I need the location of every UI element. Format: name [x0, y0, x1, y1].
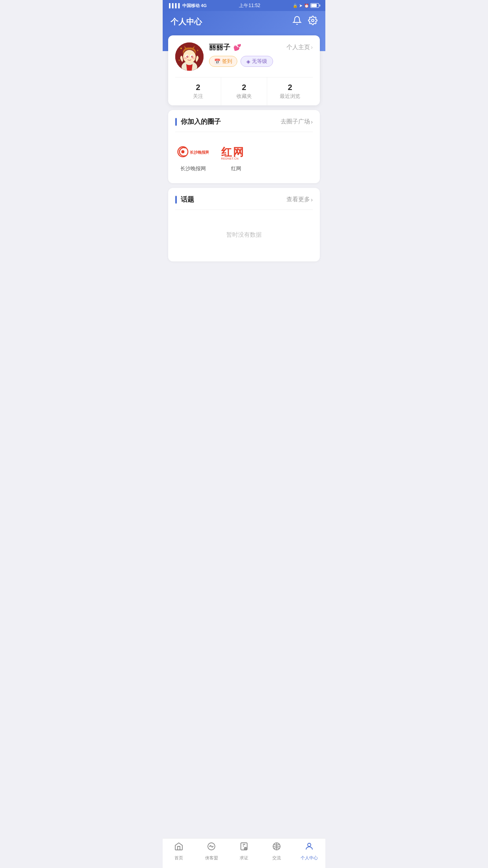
topics-section: 话题 查看更多 › 暂时没有数据 — [168, 188, 320, 261]
circle-item-rednet[interactable]: 红 网 REDNET.CN 红网 — [218, 142, 254, 172]
svg-point-0 — [312, 19, 314, 22]
svg-point-2 — [180, 48, 182, 49]
checkin-label: 签到 — [222, 58, 232, 65]
svg-point-6 — [183, 50, 196, 63]
page-title: 个人中心 — [171, 17, 202, 27]
circles-title: 你加入的圈子 — [175, 117, 221, 126]
topics-header: 话题 查看更多 › — [175, 195, 313, 204]
topics-more-link[interactable]: 查看更多 › — [286, 196, 313, 203]
svg-point-11 — [187, 56, 188, 57]
stat-favorites[interactable]: 2 收藏夹 — [221, 77, 267, 105]
checkin-badge[interactable]: 📅 签到 — [209, 56, 237, 67]
svg-point-14 — [192, 57, 195, 59]
carrier-name: 中国移动 — [182, 3, 200, 8]
battery-icon — [310, 3, 319, 8]
circles-link[interactable]: 去圈子广场 › — [281, 118, 313, 125]
rednet-logo: 红 网 REDNET.CN — [220, 142, 252, 162]
level-label: 无等级 — [252, 58, 267, 65]
circles-arrow-icon: › — [311, 118, 313, 125]
circles-header: 你加入的圈子 去圈子广场 › — [175, 117, 313, 126]
svg-point-13 — [184, 57, 187, 59]
empty-state: 暂时没有数据 — [175, 215, 313, 254]
username-emoji: 💕 — [233, 44, 241, 51]
topics-arrow-icon: › — [311, 196, 313, 203]
favorites-count: 2 — [221, 83, 267, 92]
level-badge[interactable]: ◈ 无等级 — [240, 56, 273, 67]
stat-recent[interactable]: 2 最近浏览 — [267, 77, 313, 105]
checkin-icon: 📅 — [214, 59, 220, 64]
circles-divider — [175, 132, 313, 132]
circles-title-text: 你加入的圈子 — [181, 117, 221, 126]
badges: 📅 签到 ◈ 无等级 — [209, 56, 313, 67]
blue-accent-bar — [175, 118, 177, 126]
empty-text: 暂时没有数据 — [226, 231, 262, 238]
settings-button[interactable] — [308, 16, 317, 28]
svg-point-16 — [181, 150, 184, 153]
lock-icon: 🔒 — [293, 4, 297, 8]
svg-point-3 — [197, 50, 198, 51]
username-row: 丽丽子 💕 个人主页 › — [209, 42, 313, 52]
stat-following[interactable]: 2 关注 — [175, 77, 221, 105]
header-actions — [292, 16, 317, 28]
recent-count: 2 — [267, 83, 313, 92]
carrier-info: ▌▌▌▌ 中国移动 4G — [169, 3, 207, 9]
time-display: 上午11:52 — [239, 2, 260, 9]
stats-row: 2 关注 2 收藏夹 2 最近浏览 — [175, 77, 313, 105]
circle-item-changsha[interactable]: 长沙晚报网 长沙晚报网 — [175, 142, 211, 172]
favorites-label: 收藏夹 — [221, 93, 267, 100]
changsha-name: 长沙晚报网 — [180, 165, 206, 172]
username: 丽丽子 — [209, 43, 230, 51]
profile-page-label: 个人主页 — [286, 44, 310, 51]
changsha-logo: 长沙晚报网 — [177, 142, 209, 162]
svg-text:网: 网 — [233, 146, 244, 158]
topics-title: 话题 — [175, 195, 194, 204]
profile-top: 丽丽子 💕 个人主页 › 📅 签到 ◈ 无等级 — [175, 42, 313, 71]
circles-link-label: 去圈子广场 — [281, 118, 310, 125]
svg-point-4 — [179, 60, 180, 61]
profile-info: 丽丽子 💕 个人主页 › 📅 签到 ◈ 无等级 — [209, 42, 313, 67]
circles-list: 长沙晚报网 长沙晚报网 红 网 REDNET.CN 红 — [175, 138, 313, 176]
profile-page-link[interactable]: 个人主页 › — [286, 44, 313, 51]
arrow-icon: › — [311, 44, 313, 50]
topics-blue-bar — [175, 196, 177, 204]
rednet-name: 红网 — [231, 165, 241, 172]
location-icon: ➤ — [299, 3, 303, 8]
circles-section: 你加入的圈子 去圈子广场 › 长沙晚报网 — [168, 110, 320, 183]
signal-icon: ▌▌▌▌ — [169, 3, 182, 8]
notification-button[interactable] — [292, 16, 302, 28]
svg-text:红: 红 — [221, 146, 232, 158]
status-bar: ▌▌▌▌ 中国移动 4G 上午11:52 🔒 ➤ ⏰ — [163, 0, 325, 11]
svg-text:长沙晚报网: 长沙晚报网 — [190, 150, 209, 154]
following-count: 2 — [175, 83, 221, 92]
profile-card: 丽丽子 💕 个人主页 › 📅 签到 ◈ 无等级 — [168, 35, 320, 105]
alarm-icon: ⏰ — [304, 4, 309, 8]
svg-point-12 — [192, 56, 193, 57]
status-icons: 🔒 ➤ ⏰ — [293, 3, 319, 8]
svg-text:REDNET.CN: REDNET.CN — [221, 157, 239, 160]
network-type: 4G — [201, 3, 207, 8]
following-label: 关注 — [175, 93, 221, 100]
username-wrapper: 丽丽子 💕 — [209, 42, 241, 52]
topics-link-label: 查看更多 — [286, 196, 310, 203]
topics-divider — [175, 210, 313, 210]
topics-title-text: 话题 — [181, 195, 194, 204]
avatar[interactable] — [175, 42, 204, 71]
diamond-icon: ◈ — [246, 59, 250, 64]
recent-label: 最近浏览 — [267, 93, 313, 100]
